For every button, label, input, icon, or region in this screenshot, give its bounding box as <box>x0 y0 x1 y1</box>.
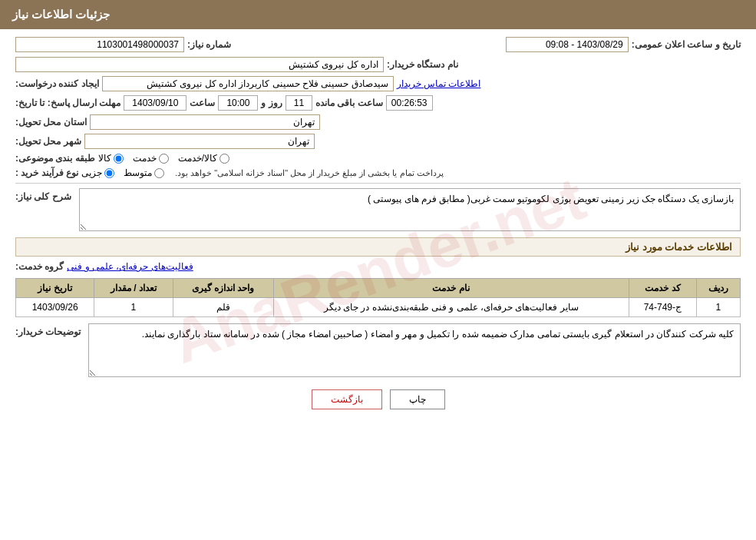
description-label: شرح کلی نیاز: <box>15 188 71 202</box>
purchase-type-medium[interactable]: متوسط <box>124 167 164 178</box>
buyer-notes-label: توضیحات خریدار: <box>15 323 81 337</box>
col-header-code: کد خدمت <box>629 279 696 298</box>
page-header: جزئیات اطلاعات نیاز <box>0 0 756 29</box>
city-input <box>84 134 315 149</box>
table-row: 1ج-749-74سایر فعالیت‌های حرفه‌ای، علمی و… <box>16 298 741 317</box>
description-textarea[interactable] <box>79 188 741 231</box>
col-header-unit: واحد اندازه گیری <box>173 279 273 298</box>
category-khidmat[interactable]: خدمت <box>133 153 169 164</box>
deadline-time-value: 10:00 <box>218 95 258 111</box>
category-kala-khidmat[interactable]: کالا/خدمت <box>178 153 229 164</box>
col-header-date: تاریخ نیاز <box>16 279 94 298</box>
col-header-row: ردیف <box>696 279 740 298</box>
back-button[interactable]: بازگشت <box>312 389 382 409</box>
request-number-label: شماره نیاز: <box>187 39 231 50</box>
buyer-notes-textarea[interactable] <box>88 323 741 377</box>
cell-quantity: 1 <box>94 298 173 317</box>
org-name-label: نام دستگاه خریدار: <box>387 59 458 70</box>
province-label: استان محل تحویل: <box>15 117 87 128</box>
announce-label: تاریخ و ساعت اعلان عمومی: <box>632 39 741 50</box>
cell-date: 1403/09/26 <box>16 298 94 317</box>
creator-input <box>102 76 394 91</box>
category-label: طبقه بندی موضوعی: <box>15 153 95 164</box>
announce-value[interactable] <box>506 37 629 52</box>
cell-row: 1 <box>696 298 740 317</box>
deadline-day-label: روز و <box>261 98 282 108</box>
col-header-name: نام خدمت <box>273 279 629 298</box>
divider-1 <box>15 183 741 184</box>
request-number-input[interactable] <box>15 37 184 52</box>
creator-label: ایجاد کننده درخواست: <box>15 78 99 89</box>
service-group-label: گروه خدمت: <box>15 261 64 272</box>
org-name-input[interactable] <box>15 57 384 72</box>
services-table: ردیف کد خدمت نام خدمت واحد اندازه گیری ت… <box>15 278 741 317</box>
category-kala[interactable]: کالا <box>98 153 124 164</box>
cell-unit: قلم <box>173 298 273 317</box>
deadline-time-label: ساعت <box>190 98 215 108</box>
province-input <box>90 114 320 130</box>
city-label: شهر محل تحویل: <box>15 136 81 147</box>
deadline-date-value: 1403/09/10 <box>124 95 187 111</box>
services-section-title: اطلاعات خدمات مورد نیاز <box>15 237 741 257</box>
remaining-label: ساعت باقی مانده <box>315 98 383 108</box>
creator-link[interactable]: اطلاعات تماس خریدار <box>397 78 481 89</box>
purchase-type-label: نوع فرآیند خرید : <box>15 167 78 178</box>
purchase-type-partial[interactable]: جزیی <box>81 167 114 178</box>
print-button[interactable]: چاپ <box>390 389 445 409</box>
deadline-label: مهلت ارسال پاسخ: تا تاریخ: <box>15 98 120 108</box>
purchase-note: پرداخت تمام یا بخشی از مبلغ خریدار از مح… <box>175 168 444 178</box>
footer-buttons: چاپ بازگشت <box>15 389 741 409</box>
col-header-quantity: تعداد / مقدار <box>94 279 173 298</box>
deadline-days-value: 11 <box>286 95 312 111</box>
service-group-value[interactable]: فعالیت‌های حرفه‌ای، علمی و فنی <box>67 261 193 272</box>
page-title: جزئیات اطلاعات نیاز <box>12 8 110 21</box>
remaining-time-value: 00:26:53 <box>386 95 433 111</box>
cell-name: سایر فعالیت‌های حرفه‌ای، علمی و فنی طبقه… <box>273 298 629 317</box>
cell-code: ج-749-74 <box>629 298 696 317</box>
